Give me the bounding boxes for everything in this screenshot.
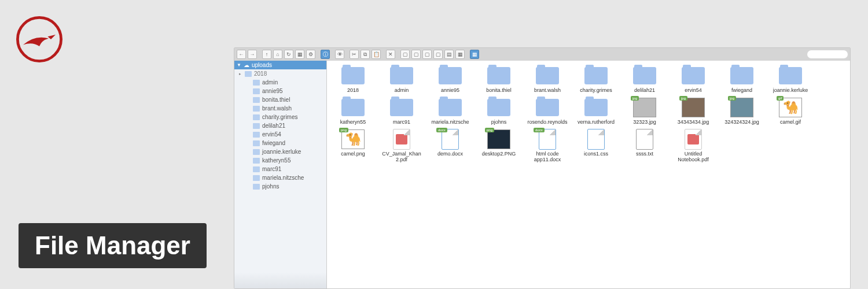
tree-item[interactable]: ▸2018 bbox=[234, 69, 326, 78]
file-item[interactable]: jpg324324324.jpg bbox=[722, 97, 762, 125]
settings-button[interactable]: ⚙ bbox=[306, 50, 315, 59]
file-name-label: demo.docx bbox=[437, 151, 463, 157]
tree-item[interactable]: katheryn55 bbox=[234, 156, 326, 165]
tool-button[interactable]: ▢ bbox=[411, 50, 421, 59]
tree-root[interactable]: ▼ ☁ uploads bbox=[234, 61, 326, 69]
image-thumbnail bbox=[730, 98, 753, 117]
tree-item[interactable]: admin bbox=[234, 78, 326, 87]
file-name-label: camel.png bbox=[341, 151, 365, 157]
folder-item[interactable]: mariela.nitzsche bbox=[430, 97, 470, 125]
grid-button[interactable]: ▦ bbox=[295, 50, 304, 59]
tree-item-label: 2018 bbox=[254, 71, 267, 77]
folder-item[interactable]: pjohns bbox=[479, 97, 519, 125]
file-name-label: mariela.nitzsche bbox=[431, 120, 469, 125]
tree-item-label: pjohns bbox=[262, 183, 279, 190]
file-item[interactable]: png🐪camel.png bbox=[333, 129, 373, 163]
sort-button[interactable]: ▤ bbox=[444, 50, 454, 59]
tree-item[interactable]: joannie.kerluke bbox=[234, 147, 326, 156]
tree-root-label: uploads bbox=[252, 62, 272, 68]
folder-icon bbox=[536, 67, 559, 84]
back-button[interactable]: ← bbox=[237, 50, 246, 59]
file-grid[interactable]: 2018adminannie95bonita.thielbrant.walshc… bbox=[327, 61, 850, 288]
folder-item[interactable]: joannie.kerluke bbox=[770, 65, 811, 94]
reload-button[interactable]: ↻ bbox=[284, 50, 293, 59]
file-item[interactable]: icons1.css bbox=[576, 129, 616, 163]
tree-item[interactable]: brant.walsh bbox=[234, 104, 326, 113]
folder-item[interactable]: charity.grimes bbox=[576, 65, 616, 94]
sidebar-tree[interactable]: ▼ ☁ uploads ▸2018adminannie95bonita.thie… bbox=[234, 61, 327, 288]
tree-item[interactable]: charity.grimes bbox=[234, 113, 326, 121]
tree-item[interactable]: marc91 bbox=[234, 165, 326, 173]
tool-button[interactable]: ▢ bbox=[422, 50, 432, 59]
file-name-label: ervin54 bbox=[685, 88, 702, 94]
folder-icon bbox=[341, 67, 365, 84]
delete-button[interactable]: ✕ bbox=[386, 50, 395, 59]
copy-button[interactable]: ⧉ bbox=[361, 50, 370, 59]
file-icon bbox=[393, 129, 410, 150]
folder-item[interactable]: brant.walsh bbox=[527, 65, 568, 94]
filetype-badge: jpg bbox=[631, 96, 639, 101]
file-name-label: brant.walsh bbox=[534, 88, 561, 94]
folder-icon bbox=[390, 67, 413, 84]
file-icon bbox=[587, 129, 605, 150]
image-thumbnail bbox=[682, 98, 705, 117]
file-name-label: 324324324.jpg bbox=[724, 120, 759, 125]
folder-item[interactable]: 2018 bbox=[333, 65, 373, 94]
preview-button[interactable]: 👁 bbox=[335, 50, 344, 59]
tool-button[interactable]: ▢ bbox=[433, 50, 443, 59]
folder-item[interactable]: fwiegand bbox=[722, 65, 762, 94]
filetype-badge: png bbox=[485, 128, 494, 132]
search-input[interactable] bbox=[807, 50, 848, 58]
tree-item[interactable]: annie95 bbox=[234, 87, 326, 95]
folder-item[interactable]: ervin54 bbox=[673, 65, 713, 94]
folder-item[interactable]: verna.rutherford bbox=[576, 97, 616, 125]
view-mode-button[interactable]: ▦ bbox=[470, 50, 479, 59]
forward-button[interactable]: → bbox=[248, 50, 257, 59]
cut-button[interactable]: ✂ bbox=[350, 50, 359, 59]
tree-item[interactable]: delilah21 bbox=[234, 121, 326, 130]
file-item[interactable]: docxhtml code app11.docx bbox=[527, 129, 568, 163]
tool-button[interactable]: ▢ bbox=[400, 50, 410, 59]
folder-item[interactable]: delilah21 bbox=[624, 65, 665, 94]
folder-icon bbox=[536, 99, 559, 116]
folder-icon bbox=[439, 67, 462, 84]
file-name-label: ssss.txt bbox=[636, 151, 653, 157]
tree-item[interactable]: ervin54 bbox=[234, 130, 326, 139]
folder-icon bbox=[584, 99, 608, 116]
folder-item[interactable]: annie95 bbox=[430, 65, 470, 94]
folder-item[interactable]: admin bbox=[381, 65, 422, 94]
up-button[interactable]: ↑ bbox=[262, 50, 271, 59]
folder-icon bbox=[253, 175, 260, 181]
tree-item[interactable]: fwiegand bbox=[234, 139, 326, 147]
file-name-label: katheryn55 bbox=[340, 120, 366, 125]
info-button[interactable]: ⓘ bbox=[321, 50, 330, 59]
folder-item[interactable]: bonita.thiel bbox=[479, 65, 519, 94]
tree-item-label: katheryn55 bbox=[262, 157, 290, 164]
tree-item[interactable]: pjohns bbox=[234, 182, 326, 191]
filetype-badge: jpg bbox=[728, 96, 736, 101]
folder-item[interactable]: marc91 bbox=[381, 97, 422, 125]
tree-item-label: fwiegand bbox=[262, 140, 285, 146]
folder-icon bbox=[253, 114, 260, 120]
file-name-label: CV_Jamal_Khan2.pdf bbox=[381, 151, 422, 163]
file-item[interactable]: docxdemo.docx bbox=[430, 129, 470, 163]
file-item[interactable]: CV_Jamal_Khan2.pdf bbox=[381, 129, 422, 163]
folder-item[interactable]: katheryn55 bbox=[333, 97, 373, 125]
file-item[interactable]: ssss.txt bbox=[624, 129, 665, 163]
file-item[interactable]: jpg32323.jpg bbox=[624, 97, 665, 125]
tree-item[interactable]: mariela.nitzsche bbox=[234, 173, 326, 182]
folder-icon bbox=[682, 67, 705, 84]
file-item[interactable]: Untitled Notebook.pdf bbox=[673, 129, 713, 163]
folder-icon bbox=[253, 123, 260, 129]
folder-icon bbox=[633, 67, 656, 84]
home-button[interactable]: ⌂ bbox=[273, 50, 282, 59]
folder-item[interactable]: rosendo.reynolds bbox=[527, 97, 568, 125]
paste-button[interactable]: 📋 bbox=[372, 50, 381, 59]
view-button[interactable]: ▦ bbox=[455, 50, 465, 59]
file-item[interactable]: pngdesktop2.PNG bbox=[479, 129, 519, 163]
file-item[interactable]: gif🐪camel.gif bbox=[770, 97, 811, 125]
file-item[interactable]: jpg34343434.jpg bbox=[673, 97, 713, 125]
banner-title: File Manager bbox=[19, 223, 207, 268]
folder-icon bbox=[253, 132, 260, 138]
tree-item[interactable]: bonita.thiel bbox=[234, 95, 326, 104]
